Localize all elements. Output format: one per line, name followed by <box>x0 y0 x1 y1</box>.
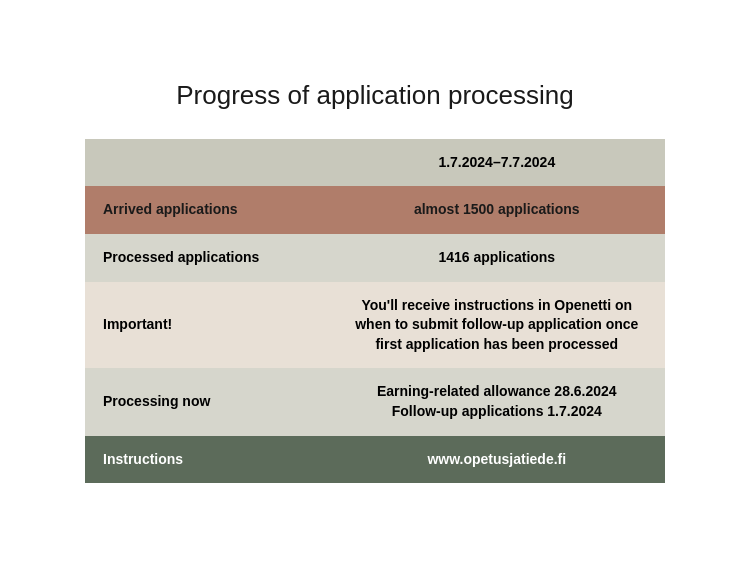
page-title: Progress of application processing <box>176 80 573 111</box>
table-row-arrived: Arrived applications almost 1500 applica… <box>85 186 665 234</box>
arrived-label: Arrived applications <box>85 186 329 234</box>
important-label: Important! <box>85 282 329 369</box>
processed-label: Processed applications <box>85 234 329 282</box>
table-row-processed: Processed applications 1416 applications <box>85 234 665 282</box>
progress-table: 1.7.2024–7.7.2024 Arrived applications a… <box>85 139 665 483</box>
table-row-header: 1.7.2024–7.7.2024 <box>85 139 665 187</box>
processing-label: Processing now <box>85 368 329 435</box>
table-row-instructions: Instructions www.opetusjatiede.fi <box>85 436 665 484</box>
header-left-cell <box>85 139 329 187</box>
processed-value: 1416 applications <box>329 234 665 282</box>
processing-value: Earning-related allowance 28.6.2024 Foll… <box>329 368 665 435</box>
important-value: You'll receive instructions in Openetti … <box>329 282 665 369</box>
header-right-cell: 1.7.2024–7.7.2024 <box>329 139 665 187</box>
table-row-processing: Processing now Earning-related allowance… <box>85 368 665 435</box>
table-row-important: Important! You'll receive instructions i… <box>85 282 665 369</box>
instructions-label: Instructions <box>85 436 329 484</box>
arrived-value: almost 1500 applications <box>329 186 665 234</box>
instructions-value: www.opetusjatiede.fi <box>329 436 665 484</box>
